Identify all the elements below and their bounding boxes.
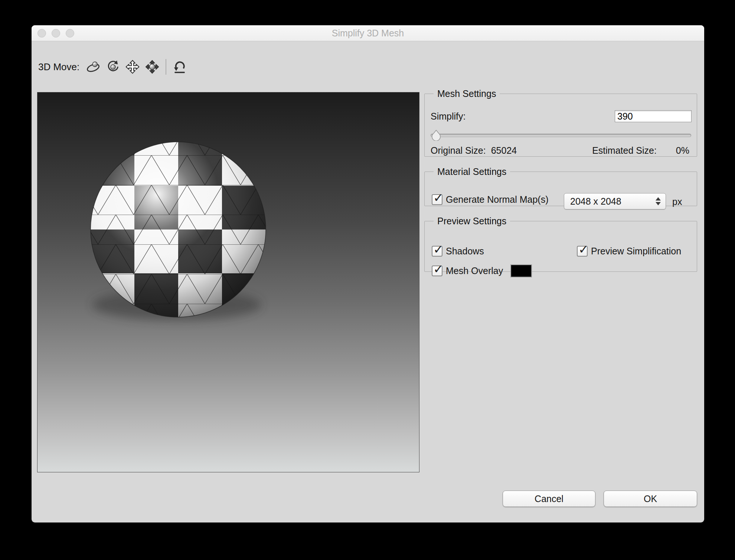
window-title: Simplify 3D Mesh [32, 25, 704, 41]
slide-3d-tool-button[interactable] [144, 58, 161, 75]
checkered-sphere-render [37, 92, 419, 472]
estimated-size-label: Estimated Size: [592, 145, 657, 156]
rotate-3d-icon [86, 59, 101, 74]
3d-move-toolbar: 3D Move: [38, 56, 190, 77]
generate-normal-maps-checkbox[interactable] [432, 194, 442, 205]
preview-simplification-row: Preview Simplification [577, 246, 681, 257]
mesh-overlay-row: Mesh Overlay [432, 264, 532, 277]
cancel-button[interactable]: Cancel [503, 491, 595, 507]
material-settings-title: Material Settings [434, 166, 510, 177]
toolbar-separator [166, 59, 166, 75]
estimated-size-value: 0% [676, 145, 689, 156]
titlebar[interactable]: Simplify 3D Mesh [32, 25, 704, 41]
original-size-label: Original Size: [431, 145, 486, 156]
simplify-slider-track[interactable] [431, 134, 691, 137]
mesh-settings-title: Mesh Settings [434, 88, 500, 99]
rotate-3d-tool-button[interactable] [85, 58, 102, 75]
preview-settings-title: Preview Settings [434, 216, 510, 227]
simplify-label: Simplify: [431, 111, 466, 122]
reset-view-button[interactable] [171, 58, 188, 75]
reset-view-icon [172, 59, 187, 74]
estimated-size: Estimated Size: 0% [592, 145, 689, 156]
simplify-slider[interactable] [431, 130, 691, 141]
shadows-label: Shadows [446, 246, 484, 257]
mesh-overlay-checkbox[interactable] [432, 266, 442, 276]
normal-map-size-select[interactable]: 2048 x 2048 [564, 193, 666, 209]
generate-normal-maps-row: Generate Normal Map(s) [432, 194, 548, 205]
preview-simplification-label: Preview Simplification [591, 246, 681, 257]
roll-3d-tool-button[interactable] [104, 58, 121, 75]
stepper-arrows-icon [656, 197, 661, 205]
size-info-row: Original Size: 65024 Estimated Size: 0% [431, 145, 689, 156]
3d-preview-canvas[interactable] [37, 92, 419, 472]
ok-button[interactable]: OK [604, 491, 697, 507]
generate-normal-maps-label: Generate Normal Map(s) [446, 194, 548, 205]
simplify-slider-thumb[interactable] [431, 130, 441, 141]
mesh-settings-group: Mesh Settings Simplify: Original Size: 6… [424, 88, 697, 157]
pan-3d-tool-button[interactable] [124, 58, 141, 75]
roll-3d-icon [105, 59, 120, 74]
shadows-row: Shadows [432, 246, 484, 257]
original-size-value: 65024 [491, 145, 517, 156]
normal-map-size-value: 2048 x 2048 [570, 196, 621, 207]
simplify-3d-mesh-dialog: Simplify 3D Mesh 3D Move: [32, 25, 704, 522]
slide-3d-icon [145, 59, 160, 74]
pan-3d-icon [125, 59, 140, 74]
shadows-checkbox[interactable] [432, 246, 442, 257]
material-settings-group: Material Settings Generate Normal Map(s)… [424, 166, 697, 206]
arrow-up-icon [656, 197, 661, 201]
toolbar-label: 3D Move: [38, 61, 79, 73]
simplify-input[interactable] [615, 110, 692, 122]
mesh-overlay-label: Mesh Overlay [446, 266, 503, 276]
arrow-down-icon [656, 202, 661, 205]
original-size: Original Size: 65024 [431, 145, 517, 156]
mesh-overlay-color-swatch[interactable] [510, 264, 532, 277]
preview-settings-group: Preview Settings Shadows Preview Simplif… [424, 216, 697, 272]
preview-simplification-checkbox[interactable] [577, 246, 588, 257]
px-unit-label: px [672, 196, 682, 207]
